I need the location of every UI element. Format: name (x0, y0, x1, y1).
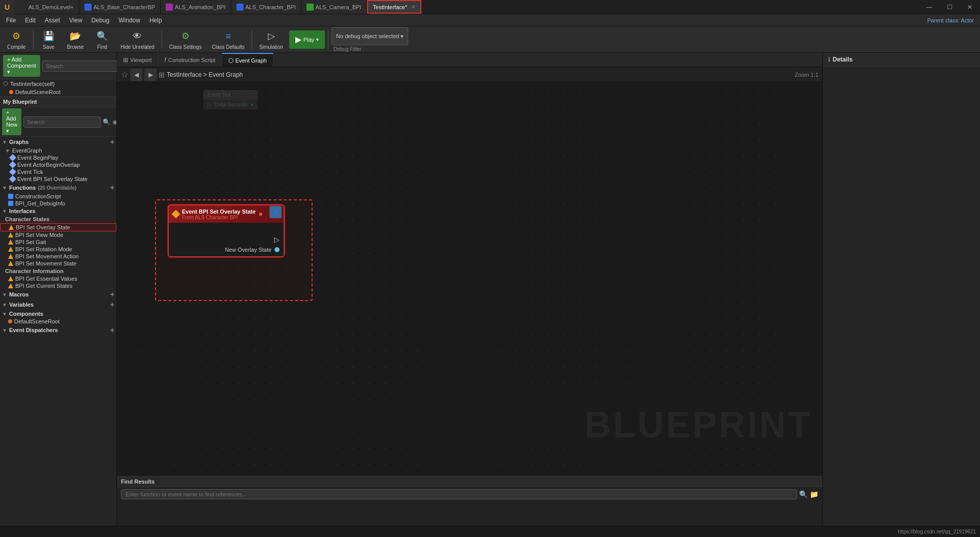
compile-label: Compile (7, 44, 26, 50)
macros-add-icon[interactable]: + (110, 290, 114, 299)
menu-view[interactable]: View (65, 16, 86, 25)
event-dispatchers-caret-icon: ▼ (2, 327, 7, 333)
bpi-get-current-states[interactable]: BPI Get Current States (0, 282, 116, 289)
add-new-button[interactable]: + Add New ▾ (2, 108, 21, 135)
graph-area[interactable]: Event Tick ▷ Delta Seconds ● Event BPI S… (117, 82, 822, 476)
blueprint-panel-title: My Blueprint (3, 99, 37, 105)
play-button[interactable]: ▶ Play ▾ (289, 31, 325, 49)
bpi-get-debug-label: BPI_Get_DebugInfo (15, 200, 65, 206)
character-info-label[interactable]: Character Information (0, 267, 116, 275)
tab-als-base-char[interactable]: ALS_Base_CharacterBP (79, 0, 161, 14)
tab-als-demo[interactable]: ALS_DemoLevel+ (14, 0, 79, 14)
functions-count: (26 Overridable) (38, 185, 76, 191)
blueprint-watermark: BLUEPRINT (585, 404, 812, 445)
interfaces-section-label[interactable]: ▼ Interfaces (0, 207, 116, 215)
find-button[interactable]: 🔍 Find (90, 27, 114, 52)
delta-seconds-label: Delta Seconds (215, 102, 248, 107)
event-begin-play[interactable]: Event BeginPlay (0, 154, 116, 161)
tab-event-graph[interactable]: ⬡ Event Graph (222, 53, 273, 67)
forward-button[interactable]: ▶ (144, 69, 157, 81)
event-actor-begin-overlap[interactable]: Event ActorBeginOverlap (0, 161, 116, 168)
component-search-input[interactable] (42, 61, 119, 72)
menu-edit[interactable]: Edit (21, 16, 40, 25)
blueprint-panel: My Blueprint + Add New ▾ 🔍 ◉ ▼ Graphs + … (0, 97, 116, 537)
functions-add-icon[interactable]: + (110, 184, 114, 192)
compile-icon: ⚙ (9, 29, 23, 43)
menu-window[interactable]: Window (114, 16, 144, 25)
maximize-button[interactable]: ☐ (939, 0, 960, 14)
bpi-set-gait[interactable]: BPI Set Gait (0, 238, 116, 246)
class-defaults-button[interactable]: ≡ Class Defaults (208, 27, 249, 52)
bpi-set-movement-state[interactable]: BPI Set Movement State (0, 260, 116, 267)
variables-add-icon[interactable]: + (110, 301, 114, 309)
tree-item-self[interactable]: ⬡ TestInterface(self) (0, 79, 116, 88)
bp-default-scene-root[interactable]: DefaultSceneRoot (0, 318, 116, 325)
event-tick-pin: ▷ Delta Seconds ● (203, 100, 258, 109)
character-states-label[interactable]: Character States (0, 215, 116, 223)
menu-file[interactable]: File (2, 16, 20, 25)
bpi-set-overlay-icon (9, 225, 14, 230)
event-dispatchers-add-icon[interactable]: + (110, 326, 114, 334)
func-construction-script[interactable]: ConstructionScript (0, 193, 116, 200)
play-dropdown-icon[interactable]: ▾ (316, 37, 319, 42)
graph-event-graph[interactable]: ▼ EventGraph (0, 147, 116, 154)
tab-label-als-camera: ALS_Camera_BPI (316, 4, 361, 10)
bpi-set-view-mode[interactable]: BPI Set View Mode (0, 231, 116, 238)
bpi-set-movement-action[interactable]: BPI Set Movement Action (0, 253, 116, 260)
find-icon: 🔍 (95, 29, 109, 43)
close-icon[interactable]: ✕ (411, 4, 415, 10)
event-tick-header: Event Tick (203, 90, 258, 100)
add-new-row: + Add New ▾ 🔍 ◉ (0, 107, 116, 137)
bp-components-label[interactable]: ▼ Components (0, 310, 116, 318)
class-settings-button[interactable]: ⚙ Class Settings (165, 27, 206, 52)
compile-button[interactable]: ⚙ Compile (3, 27, 30, 52)
tab-als-character[interactable]: ALS_Character_BPI (231, 0, 301, 14)
tab-test-interface[interactable]: TestInterface* ✕ (367, 0, 421, 14)
construction-script-label: ConstructionScript (15, 193, 61, 199)
construction-script-tab-icon: f (165, 56, 166, 64)
variables-section-label[interactable]: ▼ Variables + (0, 300, 116, 310)
find-folder-icon[interactable]: 📁 (810, 490, 818, 498)
toolbar: ⚙ Compile 💾 Save 📂 Browse 🔍 Find 👁 Hide … (0, 26, 980, 53)
event-dispatchers-label[interactable]: ▼ Event Dispatchers + (0, 325, 116, 335)
hide-unrelated-button[interactable]: 👁 Hide Unrelated (116, 27, 159, 52)
event-tick[interactable]: Event Tick (0, 168, 116, 175)
bpi-set-rotation-mode[interactable]: BPI Set Rotation Mode (0, 246, 116, 253)
graphs-caret-icon: ▼ (2, 139, 7, 145)
simulation-button[interactable]: ▷ Simulation (255, 27, 287, 52)
node-body: ▷ New Overlay State (169, 223, 284, 256)
panel-filter-icon[interactable]: ◉ (112, 118, 116, 126)
add-component-button[interactable]: + Add Component ▾ (3, 55, 40, 77)
graphs-section-label[interactable]: ▼ Graphs + (0, 137, 116, 147)
tree-item-default-scene-root[interactable]: DefaultSceneRoot (0, 88, 116, 96)
bpi-set-view-mode-label: BPI Set View Mode (15, 232, 64, 238)
functions-section-label[interactable]: ▼ Functions (26 Overridable) + (0, 183, 116, 193)
close-window-button[interactable]: ✕ (960, 0, 980, 14)
main-event-node[interactable]: Event BPI Set Overlay State From ALS Cha… (168, 204, 285, 257)
macros-section-label[interactable]: ▼ Macros + (0, 289, 116, 300)
find-results-input[interactable] (121, 489, 797, 499)
browse-button[interactable]: 📂 Browse (63, 27, 88, 52)
bpi-set-overlay-state[interactable]: BPI Set Overlay State (0, 223, 116, 231)
menu-help[interactable]: Help (145, 16, 166, 25)
tab-als-animation[interactable]: ALS_Animation_BPI (161, 0, 231, 14)
tab-viewport[interactable]: ⊞ Viewport (117, 53, 159, 67)
tab-als-camera[interactable]: ALS_Camera_BPI (301, 0, 367, 14)
node-close-icon[interactable]: ■ (259, 211, 262, 218)
construction-script-tab-label: Construction Script (168, 57, 216, 63)
save-button[interactable]: 💾 Save (37, 27, 61, 52)
minimize-button[interactable]: — (919, 0, 939, 14)
star-button[interactable]: ☆ (121, 70, 128, 79)
blueprint-search-input[interactable] (23, 116, 101, 128)
back-button[interactable]: ◀ (130, 69, 142, 81)
find-search-icon[interactable]: 🔍 (799, 490, 808, 498)
tab-construction-script[interactable]: f Construction Script (159, 53, 222, 67)
macros-caret-icon: ▼ (2, 292, 7, 297)
event-bpi-set-overlay[interactable]: Event BPI Set Overlay State (0, 175, 116, 183)
menu-asset[interactable]: Asset (41, 16, 64, 25)
func-bpi-get-debug[interactable]: BPI_Get_DebugInfo (0, 200, 116, 207)
graphs-add-icon[interactable]: + (110, 138, 114, 146)
bpi-get-essential[interactable]: BPI Get Essential Values (0, 275, 116, 282)
debug-object-dropdown[interactable]: No debug object selected ▾ (331, 27, 408, 45)
menu-debug[interactable]: Debug (87, 16, 113, 25)
